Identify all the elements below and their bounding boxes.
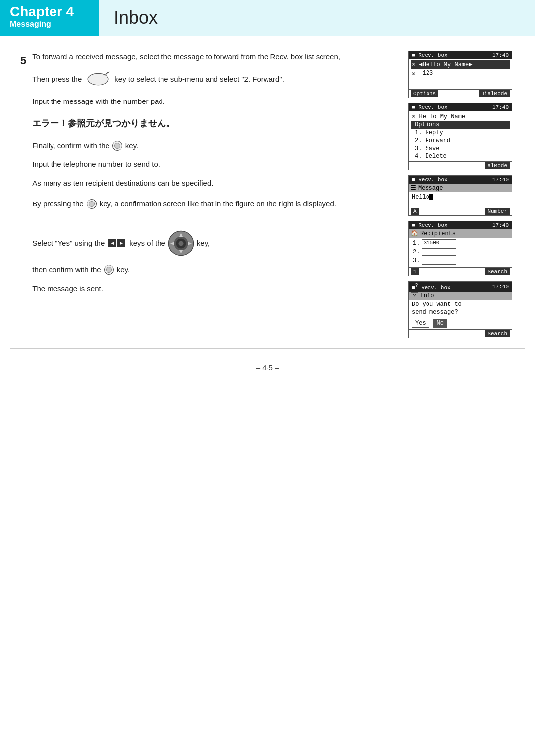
svg-line-2 [106, 72, 110, 74]
screen4-info-bar: 🏠 Recipients [409, 229, 512, 238]
screen1-row2: ✉ 123 [411, 69, 510, 77]
message-sent-text: The message is sent. [32, 283, 340, 295]
screen3-number-btn[interactable]: Number [485, 208, 510, 215]
section-label: Messaging [10, 20, 89, 29]
confirm-key-icon-2 [87, 199, 97, 209]
screen5-text1: Do you want to [411, 301, 510, 308]
inbox-header: Inbox [99, 0, 535, 36]
screen5-body: Do you want to send message? Yes No [409, 300, 512, 329]
input-instruction: Input the message with the number pad. [32, 96, 340, 107]
svg-point-6 [178, 241, 183, 246]
confirm-key-2-row: By pressing the key, a confirmation scre… [32, 198, 340, 210]
left-arrow-icon: ◄ [108, 239, 116, 247]
phone-key-icon [86, 70, 110, 89]
screen4-field2[interactable] [422, 248, 456, 256]
instruction-1: To forward a received message, select th… [32, 51, 340, 63]
screen3-bottom: A Number [409, 207, 512, 215]
screen2-menu-save[interactable]: 3. Save [411, 145, 510, 152]
screen4-1-btn[interactable]: 1 [411, 268, 419, 275]
page-title: Inbox [114, 7, 158, 28]
right-arrow-icon: ► [117, 239, 125, 247]
screen1-body: ✉ ◄Hello My Name► ✉ 123 [409, 59, 512, 89]
text-column: 5 To forward a received message, select … [20, 51, 398, 338]
confirm-key-1-row: Finally, confirm with the key. [32, 140, 340, 151]
screen1-signal: ■ Recv. box [412, 52, 448, 58]
screen4-field3[interactable] [422, 257, 456, 265]
screen3-info-bar: ☰ Message [409, 184, 512, 192]
screen5-time: 17:40 [492, 284, 509, 290]
screen1-title-bar: ■ Recv. box 17:40 [409, 51, 512, 59]
select-yes-row: Select "Yes" using the ◄ ► keys of the [32, 230, 340, 257]
screen5-text2: send message? [411, 308, 510, 316]
screen5-bottom: Search [409, 329, 512, 338]
cursor [429, 194, 433, 200]
screen5-info-bar: ? Info [409, 292, 512, 300]
screen3-signal: ■ Recv. box [412, 177, 448, 183]
error-reference: エラー！参照元が見つかりません。 [32, 116, 340, 131]
screen5-title-bar: ■? Recv. box 17:40 [409, 282, 512, 292]
screen5-search-btn[interactable]: Search [485, 330, 510, 337]
confirm-key-icon-3 [104, 265, 114, 275]
page-footer: – 4-5 – [0, 363, 535, 372]
input-phone-instruction: Input the telephone number to send to. [32, 158, 340, 170]
nav-key-icon [167, 230, 195, 257]
arrow-keys-icon: ◄ ► [108, 239, 125, 247]
main-content-box: 5 To forward a received message, select … [10, 41, 525, 349]
screen1-dialmode-btn[interactable]: DialMode [479, 90, 510, 97]
screen4-search-btn[interactable]: Search [485, 268, 510, 275]
screen4-row2: 2. [411, 248, 510, 256]
step-number: 5 [20, 52, 26, 69]
screenshots-column: ■ Recv. box 17:40 ✉ ◄Hello My Name► ✉ 12… [408, 51, 515, 338]
screen5-buttons: Yes No [411, 318, 510, 328]
page-header: Chapter 4 Messaging Inbox [0, 0, 535, 36]
screen2-signal: ■ Recv. box [412, 104, 448, 110]
screen4-row1: 1. 31500 [411, 239, 510, 248]
screen4-time: 17:40 [492, 222, 509, 228]
recipient-note: As many as ten recipient destinations ca… [32, 177, 340, 189]
screen3-title-bar: ■ Recv. box 17:40 [409, 176, 512, 184]
screen1-time: 17:40 [492, 52, 509, 58]
press-key-instruction: Then press the key to select the sub-men… [32, 70, 340, 89]
screen2-almode-btn[interactable]: alMode [485, 162, 510, 169]
screen-recipients: ■ Recv. box 17:40 🏠 Recipients 1. 31500 … [408, 221, 512, 276]
chapter-block: Chapter 4 Messaging [0, 0, 99, 36]
screen3-a-btn[interactable]: A [411, 208, 419, 215]
screen2-bottom: alMode [409, 161, 512, 170]
screen-confirmation: ■? Recv. box 17:40 ? Info Do you want to… [408, 281, 512, 338]
chapter-title: Chapter 4 [10, 4, 89, 20]
screen2-body: ✉ Hello My Name Options 1. Reply 2. Forw… [409, 111, 512, 161]
screen2-time: 17:40 [492, 104, 509, 110]
screen5-yes-btn[interactable]: Yes [412, 319, 429, 328]
page-number: – 4-5 – [256, 363, 279, 372]
screen3-message-area: Hello [409, 192, 512, 207]
screen4-body: 1. 31500 2. 3. [409, 238, 512, 267]
svg-line-1 [104, 72, 108, 75]
screen1-row1-text: ✉ ◄Hello My Name► [412, 61, 472, 68]
screen2-title-bar: ■ Recv. box 17:40 [409, 103, 512, 111]
screen3-time: 17:40 [492, 177, 509, 183]
confirm-key-icon-1 [112, 141, 122, 151]
screen4-row3: 3. [411, 256, 510, 265]
screen2-menu-reply[interactable]: 1. Reply [411, 129, 510, 137]
screen4-bottom: 1 Search [409, 267, 512, 276]
then-confirm-row: then confirm with the key. [32, 264, 340, 276]
screen4-signal: ■ Recv. box [412, 222, 448, 228]
screen2-menu-forward[interactable]: 2. Forward [411, 137, 510, 145]
screen4-field1[interactable]: 31500 [422, 239, 456, 247]
screen4-title-bar: ■ Recv. box 17:40 [409, 221, 512, 229]
screen2-menu-options[interactable]: Options [411, 121, 510, 129]
screen-message-input: ■ Recv. box 17:40 ☰ Message Hello A Numb… [408, 175, 512, 216]
screen5-info-icon: ? [411, 292, 418, 299]
screen2-menu-delete[interactable]: 4. Delete [411, 152, 510, 160]
screen1-row2-text: ✉ 123 [412, 69, 433, 77]
screen1-row1: ✉ ◄Hello My Name► [411, 60, 510, 69]
screen5-no-btn[interactable]: No [433, 319, 447, 328]
screen1-options-btn[interactable]: Options [411, 90, 438, 97]
screen-options-menu: ■ Recv. box 17:40 ✉ Hello My Name Option… [408, 103, 512, 170]
screen5-signal: ■? Recv. box [412, 283, 451, 291]
screen-recv-box-list: ■ Recv. box 17:40 ✉ ◄Hello My Name► ✉ 12… [408, 51, 512, 98]
screen2-email-row: ✉ Hello My Name [411, 112, 510, 121]
screen1-bottom: Options DialMode [409, 89, 512, 98]
svg-point-0 [88, 73, 108, 85]
